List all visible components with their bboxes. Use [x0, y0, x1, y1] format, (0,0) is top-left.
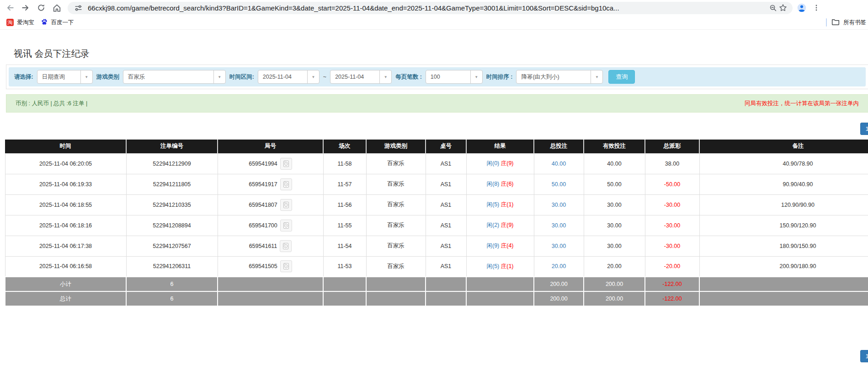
valid-bet: 30.00: [584, 215, 645, 236]
per-page-select[interactable]: 100 ▼: [426, 70, 483, 84]
result-banker: 庄(4): [501, 242, 514, 249]
zoom-icon[interactable]: [768, 3, 778, 13]
bet-id: 522941206311: [126, 256, 218, 277]
table-header-cell: 备注: [699, 140, 868, 153]
bet-time: 2025-11-04 06:19:33: [5, 174, 126, 194]
date-range-label: 时间区间:: [229, 73, 254, 81]
round-id: 659541994: [249, 161, 277, 167]
bookmark-baidu[interactable]: 百度一下: [41, 18, 74, 27]
total-total-bet: 200.00: [534, 291, 584, 306]
payout: -30.00: [645, 215, 699, 236]
result-banker: 庄(9): [501, 160, 514, 167]
subtotal-valid-bet: 200.00: [584, 277, 645, 291]
bet-time: 2025-11-04 06:18:55: [5, 194, 126, 215]
game-kind-select[interactable]: 百家乐 ▼: [123, 70, 226, 84]
all-bookmarks-button[interactable]: 所有书签: [831, 18, 866, 27]
result-banker: 庄(6): [501, 181, 514, 187]
chevron-down-icon: ▼: [591, 70, 602, 83]
table-number: AS1: [426, 236, 466, 256]
back-icon[interactable]: [5, 3, 15, 12]
date-end-select[interactable]: 2025-11-04 ▼: [330, 70, 392, 84]
video-replay-icon[interactable]: [280, 240, 292, 252]
bookmark-star-icon[interactable]: [778, 3, 788, 13]
valid-bet: 30.00: [584, 194, 645, 215]
subtotal-label: 小计: [5, 277, 126, 291]
result-banker: 庄(1): [501, 263, 514, 269]
date-start-select[interactable]: 2025-11-04 ▼: [258, 70, 320, 84]
table-row: 2025-11-04 06:17:38 522941207567 6595416…: [5, 236, 868, 256]
bet-id: 522941207567: [126, 236, 218, 256]
session-number: 11-53: [323, 256, 366, 277]
bet-id: 522941208894: [126, 215, 218, 236]
profile-avatar-icon[interactable]: [797, 3, 806, 12]
sort-select[interactable]: 降幂(由大到小) ▼: [516, 70, 603, 84]
taobao-icon: 淘: [6, 19, 14, 26]
video-replay-icon[interactable]: [280, 178, 292, 190]
note: 180.90/150.90: [699, 236, 868, 256]
baidu-paw-icon: [41, 18, 48, 27]
bet-record-table: 时间注单编号局号场次游戏类别桌号结果总投注有效投注总派彩备注 2025-11-0…: [5, 140, 868, 307]
round-cell: 659541505: [218, 256, 323, 277]
sort-label: 时间排序 :: [486, 73, 513, 81]
total-bet-link[interactable]: 30.00: [552, 202, 566, 208]
round-cell: 659541994: [218, 153, 323, 174]
forward-icon[interactable]: [21, 3, 30, 12]
table-row: 2025-11-04 06:18:16 522941208894 6595417…: [5, 215, 868, 236]
video-replay-icon[interactable]: [280, 158, 292, 170]
total-row: 总计 6 200.00 200.00 -122.00: [5, 291, 868, 306]
table-header-cell: 桌号: [426, 140, 466, 153]
pagination-page-1-top[interactable]: 1: [860, 123, 868, 135]
site-settings-icon[interactable]: [73, 3, 83, 13]
bookmarks-divider: [826, 18, 827, 27]
bookmark-aitaobao[interactable]: 淘 爱淘宝: [6, 19, 34, 27]
bookmark-label: 爱淘宝: [17, 19, 34, 27]
url-text[interactable]: 66cxkj98.com/game/betrecord_search/kind3…: [88, 4, 768, 12]
bookmark-label: 百度一下: [51, 19, 74, 27]
total-bet-link[interactable]: 20.00: [552, 263, 566, 269]
video-replay-icon[interactable]: [280, 220, 292, 231]
page-title: 视讯 会员下注纪录: [14, 48, 90, 60]
total-bet-link[interactable]: 50.00: [552, 181, 566, 188]
query-type-select[interactable]: 日期查询 ▼: [37, 70, 93, 84]
result-cell: 闲(8) 庄(6): [466, 174, 534, 194]
session-number: 11-54: [323, 236, 366, 256]
bet-time: 2025-11-04 06:20:05: [5, 153, 126, 174]
valid-bet: 40.00: [584, 153, 645, 174]
refresh-icon[interactable]: [37, 3, 46, 12]
total-bet-link[interactable]: 40.00: [552, 161, 566, 167]
result-cell: 闲(5) 庄(1): [466, 256, 534, 277]
search-button[interactable]: 查询: [608, 70, 635, 84]
video-replay-icon[interactable]: [280, 260, 292, 272]
pagination-page-1-bottom[interactable]: 1: [860, 350, 868, 362]
game-kind-cell: 百家乐: [366, 153, 426, 174]
valid-bet: 50.00: [584, 174, 645, 194]
per-page-label: 每页笔数 :: [395, 73, 422, 81]
round-id: 659541700: [249, 222, 277, 229]
subtotal-row: 小计 6 200.00 200.00 -122.00: [5, 277, 868, 291]
subtotal-payout: -122.00: [645, 277, 699, 291]
bet-id: 522941212909: [126, 153, 218, 174]
home-icon[interactable]: [52, 3, 61, 12]
result-banker: 庄(1): [501, 201, 514, 208]
bet-id: 522941210335: [126, 194, 218, 215]
result-cell: 闲(0) 庄(9): [466, 153, 534, 174]
table-header-cell: 游戏类别: [366, 140, 426, 153]
session-number: 11-58: [323, 153, 366, 174]
total-bet-link[interactable]: 30.00: [552, 222, 566, 229]
total-bet-cell: 30.00: [534, 194, 584, 215]
note: 150.90/120.90: [699, 215, 868, 236]
menu-dots-icon[interactable]: [812, 3, 821, 12]
video-replay-icon[interactable]: [280, 199, 292, 211]
address-bar[interactable]: 66cxkj98.com/game/betrecord_search/kind3…: [68, 2, 793, 14]
note: 120.90/90.90: [699, 194, 868, 215]
table-header-cell: 注单编号: [126, 140, 218, 153]
round-id: 659541611: [249, 243, 277, 249]
result-player: 闲(5): [486, 263, 499, 269]
total-bet-link[interactable]: 30.00: [552, 243, 566, 249]
result-banker: 庄(9): [501, 222, 514, 228]
total-bet-cell: 50.00: [534, 174, 584, 194]
total-bet-cell: 30.00: [534, 215, 584, 236]
folder-icon: [831, 18, 840, 27]
browser-toolbar: 66cxkj98.com/game/betrecord_search/kind3…: [0, 0, 868, 16]
round-cell: 659541700: [218, 215, 323, 236]
